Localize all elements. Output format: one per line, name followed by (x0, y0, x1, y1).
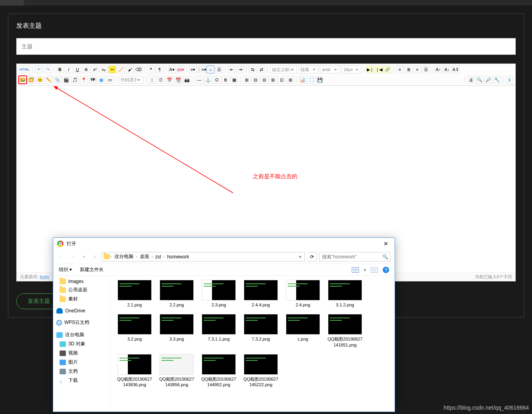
file-item[interactable]: QQ截图20190627141851.png (327, 314, 363, 348)
refresh-button[interactable]: ⟳ (307, 252, 317, 262)
file-item[interactable]: QQ截图20190627144952.png (200, 354, 237, 388)
file-item[interactable]: 2.1.png (116, 280, 153, 308)
map-button[interactable]: 📍 (80, 76, 88, 84)
autotype-button[interactable]: ☰ (215, 65, 223, 73)
nav-recent-button[interactable]: ▾ (79, 252, 88, 261)
new-folder-button[interactable]: 新建文件夹 (80, 266, 104, 273)
file-item[interactable]: 2.2.png (158, 280, 195, 308)
strikethrough-button[interactable]: S (82, 65, 90, 73)
nav-forward-button[interactable]: → (68, 252, 77, 261)
paragraph-select[interactable]: 段落 (299, 65, 318, 73)
align-justify-button[interactable]: ☰ (422, 65, 430, 73)
file-item[interactable]: 3.3.png (158, 314, 195, 348)
pagebreak-button[interactable]: ▯ (148, 76, 156, 84)
sidebar-item-onedrive[interactable]: OneDrive (53, 307, 110, 315)
superscript-button[interactable]: x² (91, 65, 99, 73)
paragraph-button[interactable]: ¶ (156, 65, 164, 73)
file-item[interactable]: 7.3.2.png (243, 314, 279, 348)
sidebar-item-3d[interactable]: 3D 对象 (53, 339, 110, 349)
crumb-1[interactable]: 桌面 (138, 253, 151, 260)
sidebar-item-images[interactable]: images (53, 277, 110, 285)
highlight-button[interactable]: ✏ (108, 65, 116, 73)
file-item[interactable]: 2.3.png (200, 280, 237, 308)
app-button[interactable]: ▦ (97, 76, 105, 84)
align-right-button[interactable]: ≡ (413, 65, 421, 73)
sidebar-item-video[interactable]: 视频 (53, 349, 110, 358)
format-painter-button[interactable]: 🖌 (126, 65, 134, 73)
sidebar-item-pictures[interactable]: 图片 (53, 358, 110, 367)
redo-button[interactable]: ↷ (44, 65, 52, 73)
file-item[interactable]: 2.4.4.png (243, 280, 279, 308)
crumb-2[interactable]: zsl (154, 254, 163, 260)
chart-button[interactable]: 📊 (299, 76, 306, 84)
subscript-button[interactable]: x₂ (100, 65, 108, 73)
indent-button[interactable]: ⇤ (227, 65, 235, 73)
align-left-button[interactable]: ≡ (396, 65, 404, 73)
nav-up-button[interactable]: ↑ (91, 252, 99, 261)
crumb-3[interactable]: homework (166, 254, 191, 260)
tools-button[interactable]: 🔧 (493, 76, 501, 84)
backcolor-button[interactable]: ab▾ (177, 65, 185, 73)
file-item[interactable]: 2.4.png (285, 280, 321, 308)
music-button[interactable]: 🎵 (71, 76, 79, 84)
close-button[interactable]: ✕ (381, 239, 391, 248)
sidebar-item-this-pc[interactable]: 这台电脑 (53, 330, 110, 339)
spechar-button[interactable]: Ω (213, 76, 221, 84)
sidebar-item-downloads[interactable]: ↓下载 (53, 376, 110, 385)
ordered-list-button[interactable]: ≡▾ (189, 65, 197, 73)
date-button[interactable]: 📅 (166, 76, 173, 84)
fullscreen-button[interactable]: ⛶ (307, 76, 315, 84)
forecolor-button[interactable]: A▾ (168, 65, 176, 73)
search-input[interactable] (319, 252, 391, 262)
undo-button[interactable]: ↶ (35, 65, 43, 73)
gmap-button[interactable]: 🗺 (89, 76, 96, 84)
underline-button[interactable]: U (73, 65, 81, 73)
help-icon[interactable]: ? (383, 267, 389, 273)
multi-image-button[interactable] (27, 76, 35, 84)
hr-button[interactable]: — (195, 76, 203, 84)
insertcol-button[interactable]: ⊟ (251, 76, 259, 84)
clear-format-button[interactable]: 🧹 (117, 65, 125, 73)
unordered-list-button[interactable]: ⋮≡▾ (198, 65, 206, 73)
organize-button[interactable]: 组织 ▾ (59, 266, 72, 273)
help-button[interactable]: ℹ (505, 76, 513, 84)
tolowercase-button[interactable]: ❘◀ (375, 65, 383, 73)
file-item[interactable]: c.png (285, 314, 321, 348)
doodle-button[interactable]: ✏️ (45, 76, 53, 84)
font-size-select[interactable]: 16px (341, 65, 361, 73)
dir-rtl-button[interactable]: ⇄ (257, 65, 265, 73)
code-lang-select[interactable]: 代码语言 (119, 76, 143, 84)
link-button[interactable]: 🔗 (384, 65, 391, 73)
file-item[interactable]: QQ截图20190627143836.png (116, 354, 153, 388)
mergecell-button[interactable]: ⊡ (278, 76, 285, 84)
sidebar-item-wps[interactable]: WPS云文档 (53, 318, 110, 327)
preview-button[interactable]: 🔍 (476, 76, 484, 84)
drafts-button[interactable]: 💾 (316, 76, 324, 84)
blockquote-button[interactable]: ❝ (147, 65, 155, 73)
outdent-button[interactable]: ⇥ (236, 65, 244, 73)
template-button[interactable]: 🗋 (157, 76, 165, 84)
view-mode-button[interactable] (352, 267, 359, 273)
preview-pane-button[interactable] (371, 267, 378, 273)
sidebar-item-shared-desktop[interactable]: 公用桌面 (53, 285, 110, 295)
file-item[interactable]: 7.3.1.1.png (200, 314, 237, 348)
anchor-button[interactable]: ⚓ (204, 76, 212, 84)
dir-ltr-button[interactable]: ⇆ (249, 65, 256, 73)
font-larger-button[interactable]: A↑ (434, 65, 442, 73)
insertrow-button[interactable]: ⊞ (243, 76, 251, 84)
file-item[interactable]: QQ截图20190627143856.png (158, 354, 195, 388)
table-button[interactable]: ▦ (230, 76, 238, 84)
italic-button[interactable]: I (65, 65, 73, 73)
bold-button[interactable]: B (56, 65, 64, 73)
nav-back-button[interactable]: ← (57, 252, 66, 261)
snapshot-button[interactable]: 📷 (183, 76, 191, 84)
font-family-select[interactable]: arial (320, 65, 340, 73)
video-button[interactable]: 🎬 (62, 76, 70, 84)
deleterow-button[interactable]: ⊟ (260, 76, 268, 84)
file-item[interactable]: 3.2.png (116, 314, 153, 348)
remove-format-button[interactable]: ⌫ (135, 65, 143, 73)
element-path-link[interactable]: body (40, 274, 49, 279)
emoji-button[interactable]: 😊 (36, 76, 44, 84)
select-all-button[interactable]: a (206, 65, 214, 73)
custom-title-select[interactable]: 自定义标题 (270, 65, 297, 73)
